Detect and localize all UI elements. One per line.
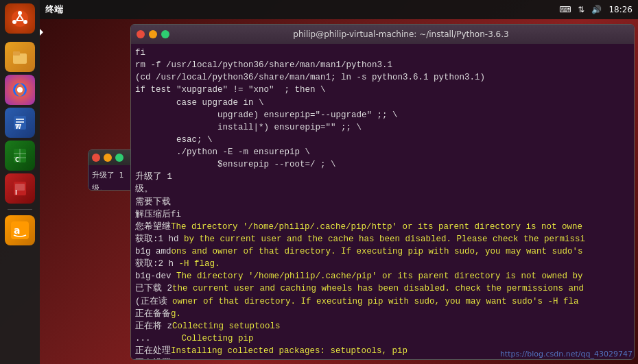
impress-icon[interactable]: I xyxy=(5,173,35,204)
close-button[interactable] xyxy=(137,30,145,38)
terminal-line: (cd /usr/local/python36/share/man/man1; … xyxy=(135,71,630,84)
ubuntu-icon[interactable] xyxy=(5,3,35,34)
firefox-icon[interactable] xyxy=(5,75,35,105)
terminal-line: ... Collecting pip xyxy=(135,332,630,345)
terminal-line: case upgrade in \ xyxy=(135,97,630,109)
svg-text:C: C xyxy=(15,157,19,163)
svg-rect-12 xyxy=(16,119,24,120)
files-icon[interactable] xyxy=(5,42,35,72)
terminal-line: fi xyxy=(135,47,630,59)
network-icon: ⇅ xyxy=(578,5,584,14)
minimize-button[interactable] xyxy=(149,30,157,38)
clock: 18:26 xyxy=(609,5,633,14)
terminal-line: 获取:2 h -H flag. xyxy=(135,258,630,270)
svg-text:a: a xyxy=(14,225,20,236)
svg-point-10 xyxy=(17,87,23,93)
svg-rect-13 xyxy=(16,121,24,123)
terminal-line: 正在将 zCollecting setuptools xyxy=(135,320,630,332)
svg-point-2 xyxy=(23,20,27,24)
terminal-line: (正在读 owner of that directory. If executi… xyxy=(135,295,630,308)
svg-text:W: W xyxy=(15,124,21,130)
desktop: W C I a xyxy=(0,0,638,364)
watermark: https://blog.csdn.net/qq_43029747 xyxy=(500,350,633,359)
terminal-line: b1g-dev The directory '/home/philip/.cac… xyxy=(135,270,630,282)
app-name: 终端 xyxy=(45,3,63,16)
bg-close-button[interactable] xyxy=(92,154,100,162)
terminal-line: install|*) ensurepip="" ;; \ xyxy=(135,121,630,134)
svg-rect-8 xyxy=(13,51,20,56)
terminal-title: philip@philip-virtual-machine: ~/install… xyxy=(174,29,628,39)
terminal-line: 获取:1 hd by the current user and the cach… xyxy=(135,233,630,245)
main-terminal[interactable]: philip@philip-virtual-machine: ~/install… xyxy=(130,24,635,360)
terminal-line: rm -f /usr/local/python36/share/man/man1… xyxy=(135,59,630,71)
svg-text:I: I xyxy=(15,190,17,196)
writer-icon[interactable]: W xyxy=(5,108,35,138)
terminal-line: esac; \ xyxy=(135,134,630,146)
svg-point-1 xyxy=(18,11,22,15)
terminal-line: 正在备备g. xyxy=(135,308,630,320)
sidebar-indicator xyxy=(40,29,43,36)
calc-icon[interactable]: C xyxy=(5,141,35,171)
topbar-right: ⌨ ⇅ 🔊 18:26 xyxy=(559,5,633,14)
volume-icon: 🔊 xyxy=(591,5,602,14)
terminal-line: 解压缩后fi xyxy=(135,208,630,221)
terminal-line: 升级了 1 xyxy=(135,171,630,183)
amazon-icon[interactable]: a xyxy=(5,215,35,245)
terminal-line: ./python -E -m ensurepip \ xyxy=(135,146,630,158)
terminal-titlebar: philip@philip-virtual-machine: ~/install… xyxy=(131,25,634,44)
terminal-line: b1g amdons and owner of that directory. … xyxy=(135,245,630,258)
keyboard-icon: ⌨ xyxy=(559,5,571,14)
sidebar-divider xyxy=(8,209,32,210)
terminal-line: 您希望继The directory '/home/philip/.cache/p… xyxy=(135,221,630,233)
sidebar: W C I a xyxy=(0,0,40,364)
terminal-line: 已下载 2the current user and caching wheels… xyxy=(135,282,630,295)
svg-point-3 xyxy=(12,20,16,24)
terminal-body[interactable]: fi rm -f /usr/local/python36/share/man/m… xyxy=(131,44,634,359)
topbar: 终端 ⌨ ⇅ 🔊 18:26 xyxy=(40,0,638,19)
terminal-line: 需要下载 xyxy=(135,196,630,208)
terminal-line: if test "xupgrade" != "xno" ; then \ xyxy=(135,84,630,96)
terminal-line: $ensurepip --root=/ ; \ xyxy=(135,158,630,171)
terminal-line: 级。 xyxy=(135,183,630,195)
terminal-line: upgrade) ensurepip="--upgrade" ;; \ xyxy=(135,109,630,121)
bg-max-button[interactable] xyxy=(115,154,123,162)
bg-min-button[interactable] xyxy=(104,154,112,162)
maximize-button[interactable] xyxy=(161,30,169,38)
